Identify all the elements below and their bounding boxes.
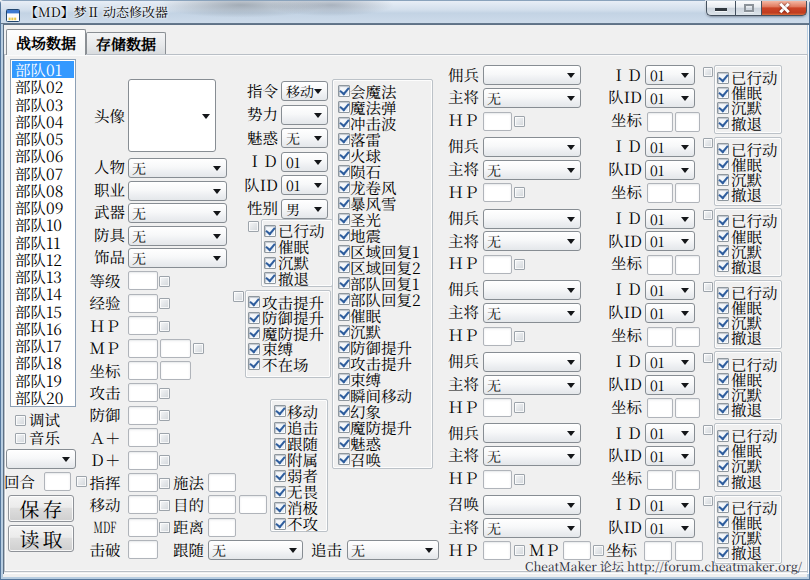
slot3-id-combo[interactable]: 01 <box>645 280 695 300</box>
slot0-flag-check-2[interactable] <box>717 102 729 114</box>
slot3-lock[interactable] <box>703 282 713 292</box>
slot4-flag-check-3[interactable] <box>717 403 729 415</box>
slot3-flag-check-1[interactable] <box>717 302 729 314</box>
stat-lock-aplus[interactable] <box>159 433 170 444</box>
minimize-button[interactable] <box>706 1 735 16</box>
follow-combo[interactable]: 无 <box>208 540 303 560</box>
slot5-flag-check-2[interactable] <box>717 460 729 472</box>
slot0-flag-check-3[interactable] <box>717 117 729 129</box>
slot6-team-combo[interactable]: 01 <box>645 518 695 538</box>
slot1-lock[interactable] <box>703 138 713 148</box>
round-field[interactable] <box>44 472 71 491</box>
stat-lock-level[interactable] <box>159 276 170 287</box>
slot0-leader-combo[interactable]: 无 <box>483 88 581 108</box>
stat-lock-def[interactable] <box>159 410 170 421</box>
stat-field-aplus[interactable] <box>128 428 158 447</box>
slot1-hp-lock[interactable] <box>514 187 525 198</box>
slot5-lock[interactable] <box>703 425 713 435</box>
slot3-flag-check-3[interactable] <box>717 332 729 344</box>
stat-field-coord[interactable] <box>128 361 158 380</box>
stat-field-command[interactable] <box>128 473 158 492</box>
slot4-flag-check-0[interactable] <box>717 358 729 370</box>
character-combo-2[interactable]: 无 <box>128 203 227 223</box>
stat-lock-hp[interactable] <box>159 321 170 332</box>
character-combo-0[interactable]: 无 <box>128 158 227 178</box>
ai-check-1[interactable] <box>274 422 286 434</box>
state-group1-check-3[interactable] <box>264 272 276 284</box>
slot2-flag-check-2[interactable] <box>717 245 729 257</box>
stat-field-mdf[interactable] <box>128 518 158 537</box>
magic-check-14[interactable] <box>338 309 350 321</box>
slot2-flag-check-0[interactable] <box>717 215 729 227</box>
slot0-coord-y[interactable] <box>675 112 700 132</box>
slot2-leader-combo[interactable]: 无 <box>483 231 581 251</box>
magic-check-20[interactable] <box>338 405 350 417</box>
slot1-flag-check-1[interactable] <box>717 158 729 170</box>
state-group2-lock[interactable] <box>233 291 244 302</box>
cast-field-target-2[interactable] <box>239 495 267 514</box>
magic-check-7[interactable] <box>338 197 350 209</box>
magic-check-4[interactable] <box>338 149 350 161</box>
slot4-hp-lock[interactable] <box>514 402 525 413</box>
slot3-hp-lock[interactable] <box>514 331 525 342</box>
slot0-flag-check-1[interactable] <box>717 87 729 99</box>
slot0-team-combo[interactable]: 01 <box>645 88 695 108</box>
state-group1-check-0[interactable] <box>264 225 276 237</box>
ai-check-7[interactable] <box>274 518 286 530</box>
slot1-coord-y[interactable] <box>675 183 700 203</box>
slot6-flag-check-0[interactable] <box>717 501 729 513</box>
character-combo-4[interactable]: 无 <box>128 248 227 268</box>
magic-check-21[interactable] <box>338 421 350 433</box>
state-group1-lock[interactable] <box>248 221 259 232</box>
slot4-flag-check-2[interactable] <box>717 388 729 400</box>
slot5-flag-check-3[interactable] <box>717 475 729 487</box>
magic-check-5[interactable] <box>338 165 350 177</box>
slot6-id-combo[interactable]: 01 <box>645 495 695 515</box>
ai-check-4[interactable] <box>274 470 286 482</box>
slot4-flag-check-1[interactable] <box>717 373 729 385</box>
slot2-id-combo[interactable]: 01 <box>645 209 695 229</box>
command-combo-order[interactable]: 移动 <box>281 81 328 101</box>
slot1-team-combo[interactable]: 01 <box>645 160 695 180</box>
slot6-type-combo[interactable] <box>483 495 581 515</box>
ai-check-5[interactable] <box>274 486 286 498</box>
slot5-id-combo[interactable]: 01 <box>645 423 695 443</box>
stat-field-mp[interactable] <box>128 339 158 358</box>
slot1-flag-check-2[interactable] <box>717 174 729 186</box>
slot6-hp-lock[interactable] <box>514 545 525 556</box>
slot4-lock[interactable] <box>703 353 713 363</box>
slot0-hp-lock[interactable] <box>514 116 525 127</box>
slot0-type-combo[interactable] <box>483 65 581 85</box>
stat-lock-dplus[interactable] <box>159 455 170 466</box>
stat-field-exp[interactable] <box>128 294 158 313</box>
ai-check-0[interactable] <box>274 405 286 417</box>
slot1-leader-combo[interactable]: 无 <box>483 160 581 180</box>
slot5-type-combo[interactable] <box>483 423 581 443</box>
slot1-id-combo[interactable]: 01 <box>645 137 695 157</box>
stat-field-atk[interactable] <box>128 383 158 402</box>
state-group2-check-0[interactable] <box>248 296 260 308</box>
cast-lock-target[interactable] <box>159 500 170 511</box>
stat-field-level[interactable] <box>128 271 158 290</box>
tab-battle[interactable]: 战场数据 <box>6 29 86 55</box>
magic-check-22[interactable] <box>338 437 350 449</box>
slot1-hp-field[interactable] <box>483 183 512 202</box>
slot1-type-combo[interactable] <box>483 137 581 157</box>
slot3-coord-x[interactable] <box>647 327 673 347</box>
slot0-id-combo[interactable]: 01 <box>645 65 695 85</box>
music-checkbox[interactable] <box>15 433 26 444</box>
slot0-lock[interactable] <box>703 67 713 77</box>
ai-check-6[interactable] <box>274 502 286 514</box>
command-combo-teamid[interactable]: 01 <box>281 175 328 195</box>
troop-type-combo[interactable] <box>6 449 76 469</box>
state-group2-check-4[interactable] <box>248 358 260 370</box>
stat-lock-exp[interactable] <box>159 298 170 309</box>
slot5-flag-check-1[interactable] <box>717 445 729 457</box>
stat-field-dplus[interactable] <box>128 451 158 470</box>
magic-check-12[interactable] <box>338 277 350 289</box>
stat-field-def[interactable] <box>128 406 158 425</box>
magic-check-15[interactable] <box>338 325 350 337</box>
stat-lock-mp[interactable] <box>193 343 204 354</box>
state-group2-check-2[interactable] <box>248 327 260 339</box>
slot6-flag-check-1[interactable] <box>717 516 729 528</box>
